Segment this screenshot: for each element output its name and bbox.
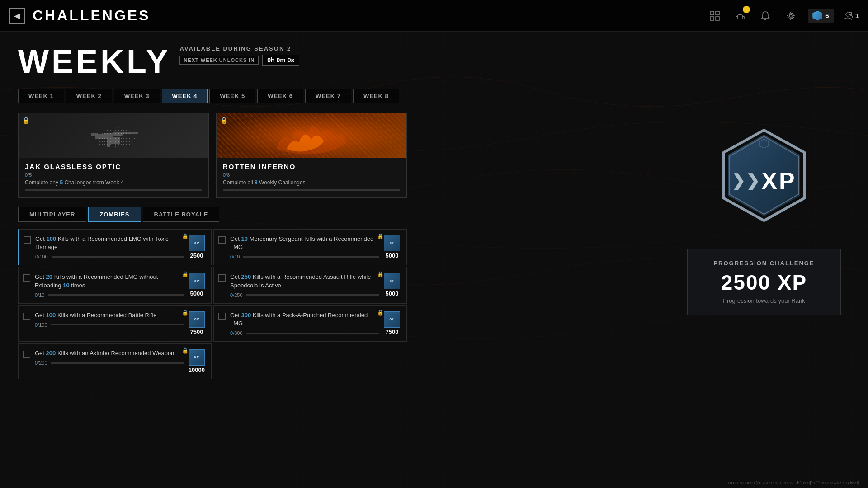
fire-card-image: 🔒 [217,113,406,158]
challenge-lock-icon: 🔒 [377,271,384,277]
challenge-body: Get 250 Kills with a Recommended Assault… [230,273,379,297]
challenge-progress-row: 0/250 [230,292,379,298]
challenge-lock-icon: 🔒 [182,233,189,239]
xp-amount: 7500 [386,328,399,335]
challenge-desc: Get 300 Kills with a Pack-A-Punched Reco… [230,311,379,328]
gun-reward-name: JAK GLASSLESS OPTIC [25,163,202,170]
challenge-desc: Get 10 Mercenary Sergeant Kills with a R… [230,235,379,251]
gun-card-image: 🔒 [19,113,208,158]
bell-icon[interactable] [757,8,774,24]
tab-week5[interactable]: WEEK 5 [209,89,255,103]
svg-rect-0 [710,11,714,15]
challenge-checkbox[interactable] [23,313,30,320]
tab-week2[interactable]: WEEK 2 [66,89,112,103]
challenge-xp: XP 10000 [189,349,205,373]
headset-icon[interactable] [732,8,748,24]
challenge-checkbox[interactable] [23,351,30,358]
fire-reward-desc: Complete all 8 Weekly Challenges [223,179,400,186]
tab-battle-royale[interactable]: BATTLE ROYALE [143,207,220,222]
xp-badge-icon: XP [189,273,205,289]
settings-icon[interactable] [783,8,799,24]
tab-week1[interactable]: WEEK 1 [18,89,64,103]
xp-amount: 5000 [386,290,399,297]
svg-rect-11 [113,132,123,136]
category-tabs: MULTIPLAYER ZOMBIES BATTLE ROYALE [18,207,407,222]
challenge-body: Get 100 Kills with a Recommended Battle … [35,311,184,328]
challenge-xp: XP 2500 [189,235,205,259]
challenge-checkbox[interactable] [218,274,226,282]
challenge-checkbox[interactable] [218,313,226,320]
tab-week8[interactable]: WEEK 8 [353,89,399,103]
tab-zombies[interactable]: ZOMBIES [88,207,141,222]
reward-cards: 🔒 [18,113,407,198]
tab-multiplayer[interactable]: MULTIPLAYER [18,207,86,222]
challenge-progress-text: 0/200 [35,360,47,366]
gun-progress-bar [25,189,202,191]
challenge-checkbox[interactable] [24,236,31,244]
svg-rect-3 [716,17,719,20]
progression-xp: 2500 XP [701,270,827,295]
season-label: AVAILABLE DURING SEASON 2 [179,45,299,52]
grid-icon[interactable] [707,8,723,24]
svg-rect-14 [91,133,98,136]
tab-week4[interactable]: WEEK 4 [162,89,208,103]
xp-badge-icon: XP [384,273,400,289]
back-button[interactable]: ◀ [9,8,25,24]
xp-amount: 7500 [190,328,203,335]
challenge-progress-text: 0/10 [230,254,240,259]
xp-amount: 2500 [190,252,203,259]
challenge-progress-bar [48,294,184,296]
challenge-progress-row: 0/10 [230,254,379,259]
challenge-item: Get 100 Kills with a Recommended LMG wit… [18,229,212,265]
challenge-xp: XP 5000 [384,235,400,259]
challenge-progress-bar [51,324,184,325]
challenge-desc: Get 250 Kills with a Recommended Assault… [230,273,379,289]
xp-badge-icon: XP [189,311,205,328]
progression-box: PROGRESSION CHALLENGE 2500 XP Progressio… [687,249,841,315]
challenge-item: Get 10 Mercenary Sergeant Kills with a R… [213,229,407,265]
week-tabs: WEEK 1 WEEK 2 WEEK 3 WEEK 4 WEEK 5 WEEK … [18,89,850,103]
challenge-progress-row: 0/10 [35,292,184,298]
challenge-lock-icon: 🔒 [182,271,189,277]
headset-badge [743,6,750,13]
challenge-body: Get 300 Kills with a Pack-A-Punched Reco… [230,311,379,336]
back-icon: ◀ [14,11,20,21]
challenge-body: Get 20 Kills with a Recommended LMG with… [35,273,184,297]
svg-rect-15 [107,137,120,144]
challenge-item: Get 250 Kills with a Recommended Assault… [213,267,407,303]
tab-week3[interactable]: WEEK 3 [114,89,160,103]
challenge-checkbox[interactable] [218,236,226,244]
page-title: CHALLENGES [33,7,150,24]
svg-rect-10 [123,132,138,134]
progression-desc: Progression towards your Rank [701,297,827,304]
svg-rect-2 [710,17,714,20]
player-counter: 1 [843,11,859,21]
player-count: 1 [855,12,859,19]
fire-progress-bar [223,189,400,191]
challenge-desc: Get 100 Kills with a Recommended Battle … [35,311,184,319]
challenge-progress-row: 0/200 [35,360,184,366]
challenge-progress-row: 0/100 [35,322,184,328]
debug-info: 10.8.17388059 [38:255:11151+11:A] Th[720… [727,481,859,485]
challenge-item: Get 100 Kills with a Recommended Battle … [18,305,212,342]
tab-week6[interactable]: WEEK 6 [257,89,303,103]
unlock-timer: NEXT WEEK UNLOCKS IN 0h 0m 0s [179,55,299,66]
challenge-body: Get 200 Kills with an Akimbo Recommended… [35,349,184,366]
xp-text: XP [761,167,796,194]
xp-arrow-left: ❯❯ [731,171,760,190]
challenge-lock-icon: 🔒 [182,347,189,354]
xp-amount: 5000 [190,290,203,297]
challenge-xp: XP 5000 [384,273,400,297]
xp-gem-icon [812,11,822,21]
challenge-progress-bar [246,294,379,296]
challenge-progress-row: 0/300 [230,330,379,336]
nav-icons-group: 6 1 [707,8,859,24]
tab-week7[interactable]: WEEK 7 [305,89,351,103]
challenge-checkbox[interactable] [23,274,30,282]
svg-point-6 [789,14,792,17]
challenge-body: Get 100 Kills with a Recommended LMG wit… [35,235,184,259]
xp-amount: 10000 [189,366,205,373]
challenge-lock-icon: 🔒 [377,233,384,239]
xp-badge-icon: XP [189,235,205,251]
xp-count: 6 [825,12,829,19]
